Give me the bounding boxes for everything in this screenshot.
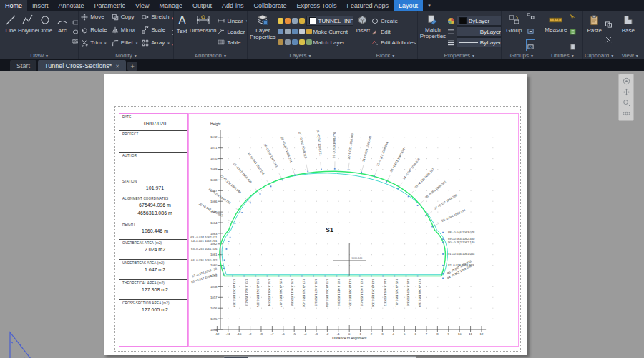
quick-calc-icon[interactable] (569, 25, 577, 38)
panel-label-view[interactable]: View (615, 51, 644, 59)
file-tab-start[interactable]: Start (10, 60, 36, 71)
group-edit-icon[interactable] (527, 24, 535, 37)
isolate-icon[interactable] (278, 29, 283, 34)
panel-label-utilities[interactable]: Utilities (542, 51, 582, 59)
file-tab-drawing[interactable]: Tunnel Cross-Sections* (38, 60, 126, 71)
lock-icon[interactable] (278, 39, 283, 45)
edit-attributes-button[interactable]: Edit Attributes (371, 38, 417, 47)
measurement-point[interactable] (241, 212, 243, 213)
group-selection-icon[interactable] (526, 39, 535, 51)
scale-button[interactable]: Scale (142, 25, 170, 34)
measurement-point[interactable] (417, 205, 419, 206)
layer-properties-button[interactable]: Layer Properties (250, 12, 275, 51)
measurement-point[interactable] (267, 276, 268, 277)
polyline-button[interactable]: Polyline (19, 12, 36, 51)
measurement-point[interactable] (442, 273, 444, 274)
measurement-point[interactable] (374, 175, 375, 177)
array-button[interactable]: Array (142, 38, 170, 47)
ribbon-tab-annotate[interactable]: Annotate (54, 0, 89, 11)
measurement-point[interactable] (382, 276, 384, 277)
ribbon-tab-featured-apps[interactable]: Featured Apps (341, 0, 394, 11)
measurement-point[interactable] (321, 169, 322, 170)
ungroup-icon[interactable] (527, 11, 535, 22)
move-button[interactable]: Move (81, 12, 107, 21)
measurement-point[interactable] (290, 276, 291, 277)
drawing-canvas[interactable]: DATE09/07/020PROJECTAUTHORSTATION101.971… (0, 71, 644, 358)
ribbon-tab-layout[interactable]: Layout (394, 0, 423, 11)
measurement-point[interactable] (278, 276, 280, 277)
linear-button[interactable]: Linear (218, 16, 247, 26)
measurement-point[interactable] (442, 238, 444, 240)
measurement-point[interactable] (442, 253, 444, 255)
triangle-sketch[interactable] (6, 330, 36, 358)
measurement-point[interactable] (282, 180, 283, 181)
make-current-button[interactable]: Make Current (313, 27, 348, 37)
tunnel-asbuilt-outline[interactable] (222, 173, 447, 275)
cross-section-viewport[interactable]: 1054105510561057105810591060106110621063… (188, 113, 519, 347)
match-layer-button[interactable]: Match Layer (313, 38, 345, 47)
fade-icon[interactable] (171, 40, 173, 51)
ribbon-options-icon[interactable]: ▾ (423, 0, 436, 11)
ribbon-tab-home[interactable]: Home (0, 0, 27, 11)
ribbon-tab-output[interactable]: Output (187, 0, 217, 11)
ribbon-tab-express-tools[interactable]: Express Tools (292, 0, 342, 11)
panel-label-annotation[interactable]: Annotation (174, 51, 247, 59)
thaw-icon[interactable] (285, 39, 291, 45)
linetype-dropdown[interactable]: ByLayer (457, 26, 501, 37)
paste-button[interactable]: Paste (585, 12, 603, 51)
copy-clip-icon[interactable] (605, 18, 613, 31)
orbit-icon[interactable] (622, 110, 630, 118)
walk-icon[interactable] (292, 39, 298, 45)
measurement-point[interactable] (348, 276, 349, 277)
cut-clip-icon[interactable] (605, 33, 613, 46)
stretch-button[interactable]: Stretch (142, 12, 170, 21)
lineweight-icon[interactable] (447, 39, 455, 46)
ribbon-tab-add-ins[interactable]: Add-ins (217, 0, 249, 11)
measurement-point[interactable] (406, 276, 407, 277)
lineweight-dropdown[interactable]: ByLayer (457, 37, 501, 47)
measurement-point[interactable] (417, 276, 419, 277)
measurement-point[interactable] (223, 274, 225, 275)
measurement-point[interactable] (243, 276, 245, 277)
measurement-point[interactable] (397, 188, 399, 189)
circle-button[interactable]: Circle (36, 12, 54, 51)
ribbon-tab-collaborate[interactable]: Collaborate (249, 0, 292, 11)
panel-label-draw[interactable]: Draw (0, 51, 78, 59)
unisolate-icon[interactable] (285, 29, 291, 34)
measurement-point[interactable] (442, 278, 444, 279)
measurement-point[interactable] (386, 181, 387, 183)
panel-label-properties[interactable]: Properties (418, 51, 501, 59)
measurement-point[interactable] (394, 276, 395, 277)
off-icon[interactable] (292, 29, 298, 34)
ribbon-tab-parametric[interactable]: Parametric (89, 0, 131, 11)
freeze-icon[interactable] (299, 29, 305, 34)
measurement-point[interactable] (228, 241, 230, 242)
close-icon[interactable] (115, 62, 119, 69)
quick-select-icon[interactable] (569, 11, 577, 23)
copy-button[interactable]: Copy (112, 12, 137, 21)
measurement-point[interactable] (230, 237, 231, 238)
explode-icon[interactable] (171, 25, 173, 38)
measurement-point[interactable] (425, 215, 426, 216)
panel-label-clipboard[interactable]: Clipboard (583, 51, 615, 59)
measurement-point[interactable] (431, 226, 433, 228)
measurement-point[interactable] (226, 248, 228, 250)
measurement-point[interactable] (442, 265, 444, 266)
match-properties-button[interactable]: Match Properties (420, 12, 446, 51)
measure-button[interactable]: Measure (545, 12, 567, 51)
linetype-icon[interactable] (447, 29, 455, 35)
measurement-point[interactable] (307, 171, 308, 173)
measurement-point[interactable] (313, 276, 314, 277)
leader-button[interactable]: Leader (218, 27, 247, 37)
measurement-point[interactable] (232, 276, 233, 277)
panel-label-layers[interactable]: Layers (248, 51, 353, 59)
rectangle-icon[interactable] (72, 19, 78, 26)
fillet-button[interactable]: Fillet (112, 38, 137, 47)
mirror-button[interactable]: Mirror (112, 25, 137, 34)
measurement-point[interactable] (324, 276, 326, 277)
rotate-button[interactable]: Rotate (81, 25, 107, 34)
tunnel-theoretical-outline[interactable] (220, 171, 445, 276)
table-button[interactable]: Table (218, 38, 247, 47)
measurement-point[interactable] (223, 268, 225, 269)
insert-button[interactable]: Insert (356, 12, 370, 51)
